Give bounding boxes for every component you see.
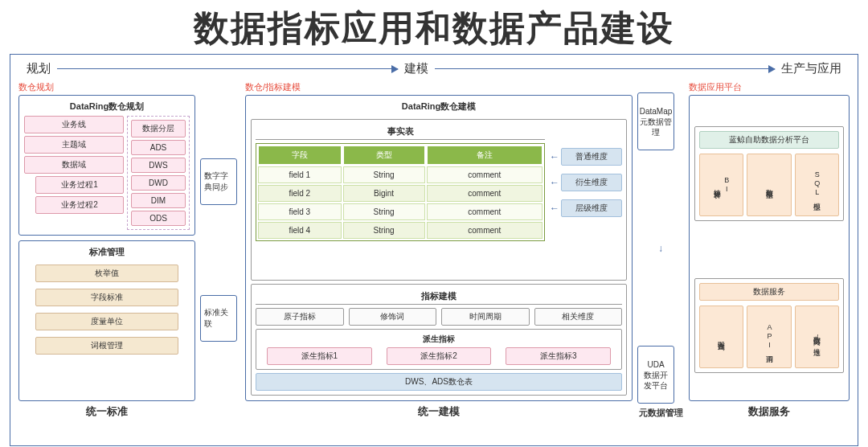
arrow-icon [57, 68, 398, 70]
dict-sync-box: 数字字典同步 [200, 158, 237, 205]
right-red-label: 数据应用平台 [689, 81, 850, 93]
layer-ods: ODS [131, 211, 186, 226]
sub-cell: 数据订阅/推送 [795, 306, 839, 368]
main-layout: 数仓规划 DataRing数仓规划 业务线 主题域 数据域 业务过程1 业务过程… [18, 81, 850, 419]
api-cell: API调用 [747, 306, 791, 368]
left-red-label: 数仓规划 [18, 81, 195, 93]
layer-ads: ADS [131, 140, 186, 155]
stage-plan: 规划 [27, 61, 51, 76]
sql-cell: SQL模型 [795, 154, 839, 216]
layering-box: 数据分层 ADS DWS DWD DIM ODS [127, 116, 190, 230]
left-column: 数仓规划 DataRing数仓规划 业务线 主题域 数据域 业务过程1 业务过程… [18, 81, 195, 419]
app-platform-box: 蓝鲸自助数据分析平台 BI 敏捷分析 数据模型 SQL模型 数据服务 即席查询 … [689, 95, 850, 401]
th-field: 字段 [258, 146, 342, 165]
arrow-icon: ← [550, 203, 559, 214]
service-title: 数据服务 [699, 283, 839, 301]
uda-box: UDA 数据开发平台 [637, 346, 674, 404]
dw-plan-title: DataRing数仓规划 [24, 100, 190, 113]
center-bottom-label: 统一建模 [245, 404, 633, 419]
page-title: 数据指标应用和数据产品建设 [0, 0, 868, 54]
dw-model-title: DataRing数仓建模 [251, 100, 627, 113]
analysis-box: 蓝鲸自助数据分析平台 BI 敏捷分析 数据模型 SQL模型 [694, 126, 844, 221]
query-cell: 即席查询 [699, 306, 743, 368]
layer-dws: DWS [131, 158, 186, 173]
diagram-container: 规划 建模 生产与应用 数仓规划 DataRing数仓规划 业务线 主题域 数据… [10, 54, 858, 446]
d3: 派生指标3 [506, 347, 611, 365]
stage-model: 建模 [404, 61, 428, 76]
proc1-cell: 业务过程1 [35, 176, 124, 194]
stage-prod: 生产与应用 [781, 61, 841, 76]
normal-dim: 普通维度 [561, 148, 622, 166]
derived-dim: 衍生维度 [561, 174, 622, 191]
unit-cell: 度量单位 [35, 313, 178, 330]
field-std-cell: 字段标准 [35, 289, 178, 306]
center-column: 数仓/指标建模 DataRing数仓建模 事实表 字段 类型 备注 field … [245, 81, 633, 419]
d2: 派生指标2 [387, 347, 492, 365]
right-bottom-label: 数据服务 [689, 404, 850, 419]
bridge2: DataMap 元数据管理 ↓ UDA 数据开发平台 元数据管理 [637, 81, 684, 419]
level-dim: 层级维度 [561, 199, 622, 217]
layering-title: 数据分层 [131, 120, 186, 137]
fact-section: 事实表 字段 类型 备注 field 1Stringcomment field … [251, 119, 627, 281]
bridge2-bottom: 元数据管理 [637, 407, 684, 419]
dw-model-box: DataRing数仓建模 事实表 字段 类型 备注 field 1Stringc… [245, 95, 633, 401]
std-link-box: 标准关联 [200, 295, 237, 342]
bi-cell: BI 敏捷分析 [699, 154, 743, 216]
table-row: field 2Bigintcomment [258, 185, 542, 202]
bridge1: 数字字典同步 标准关联 [200, 81, 240, 419]
biz-line-cell: 业务线 [24, 116, 124, 133]
table-row: field 3Stringcomment [258, 203, 542, 220]
metric-section: 指标建模 原子指标 修饰词 时间周期 相关维度 派生指标 派生指标1 派生指标2… [251, 284, 627, 396]
analysis-title: 蓝鲸自助数据分析平台 [699, 131, 839, 149]
arrow-icon: ← [550, 151, 559, 162]
dw-plan-box: DataRing数仓规划 业务线 主题域 数据域 业务过程1 业务过程2 数据分… [18, 95, 195, 236]
right-column: 数据应用平台 蓝鲸自助数据分析平台 BI 敏捷分析 数据模型 SQL模型 数据服… [689, 81, 850, 419]
derived-title: 派生指标 [260, 334, 617, 345]
std-title: 标准管理 [24, 246, 190, 258]
atom-metric: 原子指标 [256, 308, 344, 326]
enum-cell: 枚举值 [35, 265, 178, 282]
arrow-down-icon: ↓ [658, 243, 663, 254]
root-cell: 词根管理 [35, 337, 178, 355]
modifier: 修饰词 [349, 308, 437, 326]
d1: 派生指标1 [267, 347, 372, 365]
derived-metrics-box: 派生指标 派生指标1 派生指标2 派生指标3 [256, 329, 622, 370]
period: 时间周期 [441, 308, 530, 326]
std-mgmt-box: 标准管理 枚举值 字段标准 度量单位 词根管理 [18, 240, 195, 401]
rel-dim: 相关维度 [534, 308, 623, 326]
layer-dwd: DWD [131, 175, 186, 191]
arrow-icon [435, 68, 776, 70]
table-row: field 1Stringcomment [258, 166, 542, 183]
th-type: 类型 [343, 146, 425, 165]
datamap-box: DataMap 元数据管理 [637, 92, 674, 150]
data-domain-cell: 数据域 [24, 156, 124, 174]
topic-cell: 主题域 [24, 136, 124, 154]
service-box: 数据服务 即席查询 API调用 数据订阅/推送 [694, 278, 844, 373]
fact-table-label: 事实表 [256, 124, 545, 140]
fact-table: 字段 类型 备注 field 1Stringcomment field 2Big… [256, 143, 545, 241]
stage-row: 规划 建模 生产与应用 [18, 61, 850, 81]
proc2-cell: 业务过程2 [35, 196, 124, 214]
table-row: field 4Stringcomment [258, 222, 542, 239]
th-remark: 备注 [427, 146, 542, 165]
left-bottom-label: 统一标准 [18, 404, 195, 419]
center-red-label: 数仓/指标建模 [245, 81, 633, 93]
arrow-icon: ← [550, 177, 559, 188]
dm-cell: 数据模型 [747, 154, 791, 216]
dws-ads: DWS、ADS数仓表 [256, 373, 622, 391]
metric-title: 指标建模 [256, 289, 622, 305]
layer-dim: DIM [131, 193, 186, 208]
